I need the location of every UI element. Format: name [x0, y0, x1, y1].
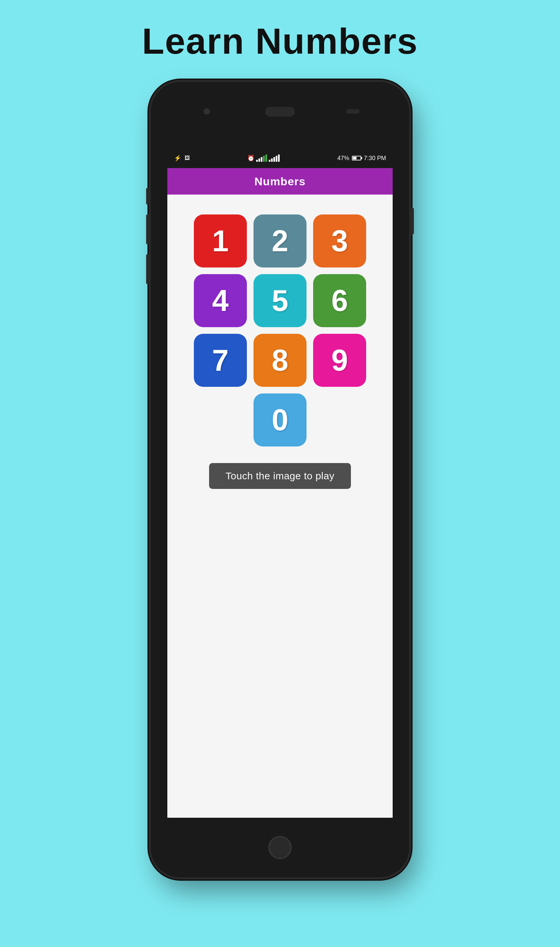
app-toolbar: Numbers — [167, 168, 393, 194]
toast-message: Touch the image to play — [209, 463, 351, 489]
status-right-icons: 47% 7:30 PM — [337, 155, 386, 162]
power-button — [411, 208, 414, 234]
volume-up-button — [146, 214, 149, 244]
numbers-grid: 1 2 3 4 5 6 7 8 9 — [194, 214, 366, 387]
battery-percent-text: 47% — [337, 155, 349, 162]
number-button-5[interactable]: 5 — [254, 274, 306, 327]
number-button-6[interactable]: 6 — [313, 274, 366, 327]
number-button-2[interactable]: 2 — [254, 214, 306, 268]
number-button-3[interactable]: 3 — [313, 214, 366, 268]
number-button-8[interactable]: 8 — [254, 334, 306, 387]
battery-icon — [352, 156, 361, 160]
signal-bar — [265, 154, 267, 162]
number-button-1[interactable]: 1 — [194, 214, 247, 268]
battery-fill — [353, 157, 357, 159]
app-title: Numbers — [254, 175, 306, 188]
number-button-9[interactable]: 9 — [313, 334, 366, 387]
signal-bar — [263, 156, 265, 162]
number-button-0[interactable]: 0 — [254, 393, 306, 447]
signal-bars-1 — [256, 154, 267, 162]
signal-bar — [278, 154, 280, 162]
signal-bar — [273, 157, 275, 162]
signal-bar — [271, 159, 273, 162]
signal-bars-2 — [269, 154, 280, 162]
screen-content: 1 2 3 4 5 6 7 8 9 0 Touch the image to p… — [167, 194, 393, 818]
front-camera — [204, 108, 210, 114]
number-button-4[interactable]: 4 — [194, 274, 247, 327]
home-button[interactable] — [268, 836, 292, 859]
alarm-icon — [247, 154, 254, 162]
time-display: 7:30 PM — [364, 155, 386, 162]
signal-bar — [256, 160, 258, 162]
status-left-icons: ⚡ 🖼 — [174, 154, 190, 162]
number-button-7[interactable]: 7 — [194, 334, 247, 387]
top-bezel — [151, 82, 409, 148]
signal-bar — [269, 160, 271, 162]
battery-indicator — [352, 156, 361, 160]
proximity-sensor — [346, 109, 360, 114]
notification-icon: 🖼 — [185, 155, 190, 161]
volume-silent-button — [146, 188, 149, 205]
number-zero-row: 0 — [254, 393, 306, 447]
earpiece-speaker — [265, 107, 295, 117]
signal-bar — [261, 157, 262, 162]
page-title: Learn Numbers — [142, 20, 418, 62]
usb-icon: ⚡ — [174, 154, 181, 162]
status-center-icons — [247, 154, 280, 162]
signal-bar — [276, 156, 277, 162]
bottom-bezel — [151, 818, 409, 878]
status-bar: ⚡ 🖼 — [167, 148, 393, 168]
phone-mockup: ⚡ 🖼 — [151, 82, 409, 878]
signal-bar — [258, 159, 260, 162]
phone-screen: ⚡ 🖼 — [167, 148, 393, 818]
volume-down-button — [146, 254, 149, 284]
